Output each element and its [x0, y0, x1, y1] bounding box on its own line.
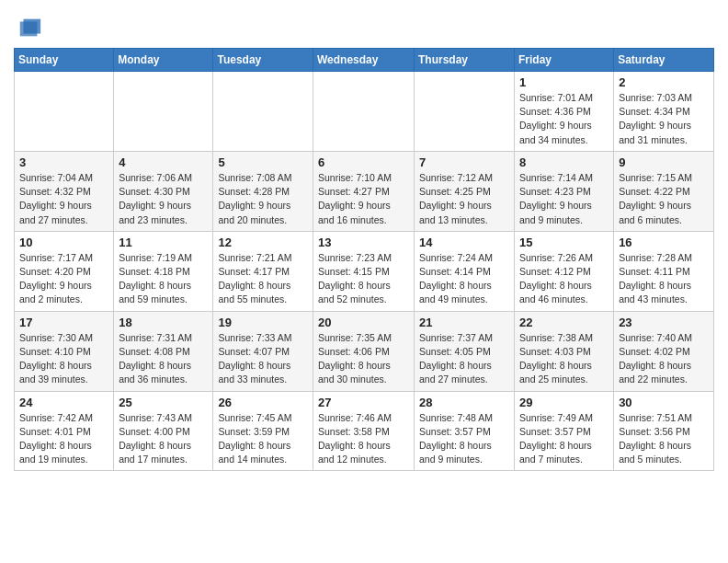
calendar-header-row: SundayMondayTuesdayWednesdayThursdayFrid… — [15, 49, 714, 72]
calendar-cell: 26Sunrise: 7:45 AM Sunset: 3:59 PM Dayli… — [213, 391, 313, 471]
weekday-header: Sunday — [15, 49, 114, 72]
calendar-cell: 15Sunrise: 7:26 AM Sunset: 4:12 PM Dayli… — [515, 231, 614, 311]
day-number: 8 — [519, 155, 609, 169]
day-number: 3 — [19, 155, 108, 169]
day-number: 14 — [419, 236, 509, 249]
calendar-cell — [114, 72, 213, 152]
day-number: 27 — [318, 396, 409, 409]
calendar-week-row: 24Sunrise: 7:42 AM Sunset: 4:01 PM Dayli… — [15, 391, 714, 471]
day-number: 17 — [19, 316, 108, 329]
day-number: 18 — [119, 316, 208, 329]
calendar-cell — [15, 72, 114, 152]
day-number: 6 — [318, 155, 409, 169]
calendar-week-row: 1Sunrise: 7:01 AM Sunset: 4:36 PM Daylig… — [15, 72, 714, 152]
calendar-week-row: 10Sunrise: 7:17 AM Sunset: 4:20 PM Dayli… — [15, 231, 714, 311]
header — [14, 9, 714, 42]
day-info: Sunrise: 7:21 AM Sunset: 4:17 PM Dayligh… — [218, 251, 308, 307]
weekday-header: Friday — [515, 49, 614, 72]
day-info: Sunrise: 7:06 AM Sunset: 4:30 PM Dayligh… — [119, 171, 208, 227]
day-number: 2 — [619, 75, 709, 89]
day-info: Sunrise: 7:33 AM Sunset: 4:07 PM Dayligh… — [218, 331, 308, 387]
day-info: Sunrise: 7:24 AM Sunset: 4:14 PM Dayligh… — [419, 251, 509, 307]
day-info: Sunrise: 7:38 AM Sunset: 4:03 PM Dayligh… — [519, 331, 609, 387]
day-info: Sunrise: 7:43 AM Sunset: 4:00 PM Dayligh… — [119, 411, 208, 467]
day-number: 11 — [119, 236, 208, 249]
day-number: 12 — [218, 236, 308, 249]
logo — [14, 17, 42, 42]
day-info: Sunrise: 7:15 AM Sunset: 4:22 PM Dayligh… — [619, 171, 709, 227]
day-number: 10 — [19, 236, 108, 249]
day-number: 1 — [519, 75, 609, 89]
calendar-cell: 22Sunrise: 7:38 AM Sunset: 4:03 PM Dayli… — [515, 311, 614, 391]
calendar: SundayMondayTuesdayWednesdayThursdayFrid… — [14, 48, 714, 471]
calendar-cell — [313, 72, 415, 152]
calendar-cell: 28Sunrise: 7:48 AM Sunset: 3:57 PM Dayli… — [415, 391, 515, 471]
calendar-cell: 29Sunrise: 7:49 AM Sunset: 3:57 PM Dayli… — [515, 391, 614, 471]
day-number: 15 — [519, 236, 609, 249]
day-info: Sunrise: 7:12 AM Sunset: 4:25 PM Dayligh… — [419, 171, 509, 227]
calendar-cell: 6Sunrise: 7:10 AM Sunset: 4:27 PM Daylig… — [313, 151, 415, 231]
day-info: Sunrise: 7:45 AM Sunset: 3:59 PM Dayligh… — [218, 411, 308, 467]
day-number: 29 — [519, 396, 609, 409]
calendar-cell: 10Sunrise: 7:17 AM Sunset: 4:20 PM Dayli… — [15, 231, 114, 311]
day-number: 24 — [19, 396, 108, 409]
day-number: 9 — [619, 155, 709, 169]
day-number: 22 — [519, 316, 609, 329]
day-number: 21 — [419, 316, 509, 329]
calendar-cell: 25Sunrise: 7:43 AM Sunset: 4:00 PM Dayli… — [114, 391, 213, 471]
day-number: 25 — [119, 396, 208, 409]
calendar-cell: 20Sunrise: 7:35 AM Sunset: 4:06 PM Dayli… — [313, 311, 415, 391]
calendar-cell: 12Sunrise: 7:21 AM Sunset: 4:17 PM Dayli… — [213, 231, 313, 311]
calendar-cell: 27Sunrise: 7:46 AM Sunset: 3:58 PM Dayli… — [313, 391, 415, 471]
weekday-header: Monday — [114, 49, 213, 72]
calendar-cell: 19Sunrise: 7:33 AM Sunset: 4:07 PM Dayli… — [213, 311, 313, 391]
day-info: Sunrise: 7:48 AM Sunset: 3:57 PM Dayligh… — [419, 411, 509, 467]
calendar-cell: 7Sunrise: 7:12 AM Sunset: 4:25 PM Daylig… — [415, 151, 515, 231]
day-number: 13 — [318, 236, 409, 249]
day-number: 19 — [218, 316, 308, 329]
day-info: Sunrise: 7:10 AM Sunset: 4:27 PM Dayligh… — [318, 171, 409, 227]
day-number: 28 — [419, 396, 509, 409]
calendar-cell: 4Sunrise: 7:06 AM Sunset: 4:30 PM Daylig… — [114, 151, 213, 231]
day-number: 30 — [619, 396, 709, 409]
day-info: Sunrise: 7:46 AM Sunset: 3:58 PM Dayligh… — [318, 411, 409, 467]
calendar-cell: 18Sunrise: 7:31 AM Sunset: 4:08 PM Dayli… — [114, 311, 213, 391]
calendar-week-row: 17Sunrise: 7:30 AM Sunset: 4:10 PM Dayli… — [15, 311, 714, 391]
day-info: Sunrise: 7:51 AM Sunset: 3:56 PM Dayligh… — [619, 411, 709, 467]
day-info: Sunrise: 7:14 AM Sunset: 4:23 PM Dayligh… — [519, 171, 609, 227]
weekday-header: Wednesday — [313, 49, 415, 72]
calendar-cell: 23Sunrise: 7:40 AM Sunset: 4:02 PM Dayli… — [614, 311, 714, 391]
day-number: 16 — [619, 236, 709, 249]
day-number: 5 — [218, 155, 308, 169]
day-info: Sunrise: 7:31 AM Sunset: 4:08 PM Dayligh… — [119, 331, 208, 387]
day-info: Sunrise: 7:30 AM Sunset: 4:10 PM Dayligh… — [19, 331, 108, 387]
calendar-cell: 21Sunrise: 7:37 AM Sunset: 4:05 PM Dayli… — [415, 311, 515, 391]
day-info: Sunrise: 7:08 AM Sunset: 4:28 PM Dayligh… — [218, 171, 308, 227]
calendar-cell: 3Sunrise: 7:04 AM Sunset: 4:32 PM Daylig… — [15, 151, 114, 231]
day-info: Sunrise: 7:35 AM Sunset: 4:06 PM Dayligh… — [318, 331, 409, 387]
day-number: 20 — [318, 316, 409, 329]
day-number: 4 — [119, 155, 208, 169]
weekday-header: Tuesday — [213, 49, 313, 72]
day-info: Sunrise: 7:17 AM Sunset: 4:20 PM Dayligh… — [19, 251, 108, 307]
calendar-cell — [415, 72, 515, 152]
calendar-cell: 30Sunrise: 7:51 AM Sunset: 3:56 PM Dayli… — [614, 391, 714, 471]
day-info: Sunrise: 7:04 AM Sunset: 4:32 PM Dayligh… — [19, 171, 108, 227]
day-info: Sunrise: 7:26 AM Sunset: 4:12 PM Dayligh… — [519, 251, 609, 307]
day-info: Sunrise: 7:28 AM Sunset: 4:11 PM Dayligh… — [619, 251, 709, 307]
logo-icon — [17, 15, 42, 40]
calendar-cell — [213, 72, 313, 152]
calendar-cell: 17Sunrise: 7:30 AM Sunset: 4:10 PM Dayli… — [15, 311, 114, 391]
calendar-cell: 8Sunrise: 7:14 AM Sunset: 4:23 PM Daylig… — [515, 151, 614, 231]
day-info: Sunrise: 7:37 AM Sunset: 4:05 PM Dayligh… — [419, 331, 509, 387]
calendar-cell: 5Sunrise: 7:08 AM Sunset: 4:28 PM Daylig… — [213, 151, 313, 231]
day-number: 23 — [619, 316, 709, 329]
day-info: Sunrise: 7:40 AM Sunset: 4:02 PM Dayligh… — [619, 331, 709, 387]
svg-marker-1 — [20, 21, 38, 36]
calendar-cell: 14Sunrise: 7:24 AM Sunset: 4:14 PM Dayli… — [415, 231, 515, 311]
day-number: 7 — [419, 155, 509, 169]
day-info: Sunrise: 7:19 AM Sunset: 4:18 PM Dayligh… — [119, 251, 208, 307]
weekday-header: Saturday — [614, 49, 714, 72]
day-info: Sunrise: 7:49 AM Sunset: 3:57 PM Dayligh… — [519, 411, 609, 467]
calendar-cell: 1Sunrise: 7:01 AM Sunset: 4:36 PM Daylig… — [515, 72, 614, 152]
